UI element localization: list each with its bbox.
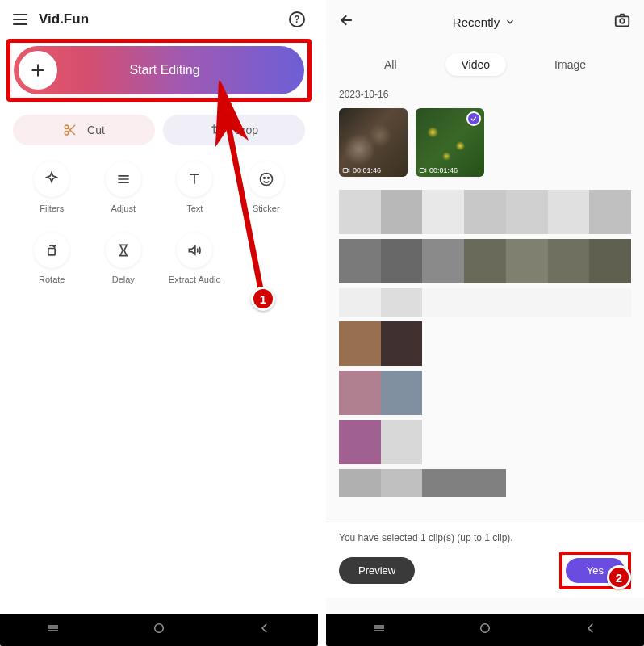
nav-recents-icon[interactable] [46,621,61,639]
crop-label: Crop [234,124,258,136]
sticker-icon [258,171,274,187]
svg-rect-10 [420,169,424,173]
back-icon[interactable] [339,12,355,31]
tab-image[interactable]: Image [538,53,602,76]
svg-point-8 [620,19,625,23]
selection-footer: You have selected 1 clip(s) (up to 1 cli… [326,522,644,598]
nav-recents-icon[interactable] [372,621,387,639]
rotate-icon [44,242,60,258]
svg-point-1 [65,132,69,136]
menu-icon[interactable] [13,14,27,25]
album-dropdown[interactable]: Recently [453,15,516,29]
nav-home-icon[interactable] [478,621,492,639]
selected-check-icon [466,111,481,126]
start-editing-label: Start Editing [57,63,304,78]
tool-sticker[interactable]: Sticker [231,162,303,213]
adjust-icon [115,171,132,187]
annotation-highlight-2: Yes [559,552,631,589]
tool-delay[interactable]: Delay [88,233,160,284]
start-editing-button[interactable]: Start Editing [14,46,304,94]
audio-icon [186,242,203,258]
header: Vid.Fun ? [0,0,318,39]
video-thumbnail-2[interactable]: 00:01:46 [416,108,484,177]
header: Recently [326,0,644,44]
scissors-icon [63,123,77,137]
nav-back-icon[interactable] [257,621,272,639]
svg-point-6 [155,624,164,633]
date-header: 2023-10-16 [326,86,644,103]
delay-icon [115,242,132,258]
filters-icon [44,171,60,187]
crop-button[interactable]: Crop [163,115,305,145]
text-icon [186,171,203,187]
cut-button[interactable]: Cut [13,115,155,145]
app-title: Vid.Fun [39,11,278,27]
tab-video[interactable]: Video [445,53,507,76]
duration-label: 00:01:46 [419,166,458,174]
yes-button[interactable]: Yes [566,558,625,583]
duration-label: 00:01:46 [342,166,381,174]
selection-text: You have selected 1 clip(s) (up to 1 cli… [339,532,631,543]
annotation-highlight-1: Start Editing [6,39,312,102]
camera-icon[interactable] [613,11,631,32]
crop-icon [210,123,224,137]
preview-button[interactable]: Preview [339,557,415,584]
nav-back-icon[interactable] [583,621,598,639]
tool-rotate[interactable]: Rotate [16,233,88,284]
svg-point-3 [263,178,265,179]
svg-point-2 [260,174,272,186]
blurred-content [339,190,631,497]
android-navbar [0,614,318,646]
tab-all[interactable]: All [368,53,413,76]
svg-point-11 [481,624,490,633]
svg-rect-9 [343,169,347,173]
tool-adjust[interactable]: Adjust [88,162,160,213]
android-navbar [326,614,644,646]
chevron-down-icon [504,16,516,27]
svg-rect-7 [616,16,629,26]
svg-point-4 [267,178,269,179]
tool-filters[interactable]: Filters [16,162,88,213]
svg-point-0 [65,125,69,129]
plus-icon [19,51,57,90]
cut-label: Cut [87,124,105,136]
help-icon[interactable]: ? [289,11,305,27]
media-tabs: All Video Image [326,44,644,86]
video-thumbnail-1[interactable]: 00:01:46 [339,108,408,177]
nav-home-icon[interactable] [152,621,166,639]
tool-extract-audio[interactable]: Extract Audio [159,233,231,284]
svg-rect-5 [48,249,55,255]
tool-text[interactable]: Text [159,162,231,213]
